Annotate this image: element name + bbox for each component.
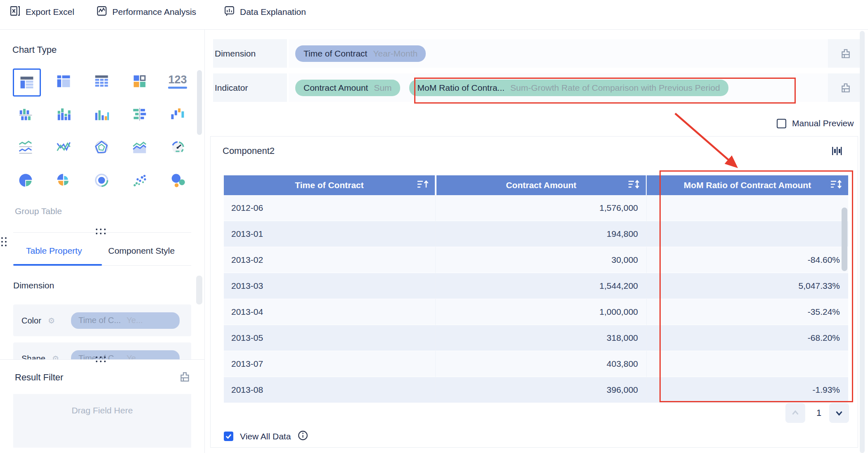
cross-table-icon (56, 73, 71, 89)
excel-icon (9, 5, 21, 19)
waterfall-icon (170, 106, 185, 122)
page-prev-button[interactable] (785, 403, 805, 423)
table-cell: 194,800 (436, 221, 647, 247)
column-header-mom-ratio[interactable]: MoM Ratio of Contract Amount (647, 175, 848, 195)
grouped-column-icon (18, 106, 33, 122)
indicator-field-row: Indicator Contract Amount Sum MoM Ratio … (213, 73, 863, 102)
app-root: Export Excel Performance Analysis Data E… (0, 0, 868, 453)
table-cell: 1,576,000 (436, 195, 647, 221)
chart-type-donut[interactable] (89, 168, 114, 193)
manual-preview-checkbox[interactable] (777, 119, 786, 128)
column-header-contract-amount[interactable]: Contract Amount (436, 175, 647, 195)
table-row[interactable]: 2013-031,544,2005,047.33% (224, 273, 848, 299)
sort-both-icon[interactable] (628, 179, 640, 191)
view-all-data-checkbox[interactable] (224, 432, 233, 441)
indicator-card-icon: 123 (168, 74, 187, 89)
table-cell: 30,000 (436, 247, 647, 273)
sidebar-scrollbar-thumb[interactable] (197, 70, 202, 135)
chart-type-bubble[interactable] (165, 168, 190, 193)
chart-type-radar[interactable] (89, 134, 114, 160)
export-excel-button[interactable]: Export Excel (9, 0, 74, 24)
table-cell: 2013-03 (224, 273, 436, 299)
table-row[interactable]: 2013-08396,000-1.93% (224, 377, 848, 403)
view-all-data-control: View All Data (224, 430, 308, 443)
line-icon (18, 139, 33, 155)
data-explanation-button[interactable]: Data Explanation (224, 0, 306, 24)
dimension-clear-button[interactable] (828, 39, 863, 68)
chevron-down-icon (834, 408, 844, 418)
tab-component-style[interactable]: Component Style (108, 246, 175, 256)
main-scrollbar[interactable] (860, 31, 865, 453)
content-top-divider (0, 29, 868, 30)
indicator-clear-button[interactable] (828, 73, 863, 102)
chart-type-column[interactable] (89, 101, 114, 127)
pie-icon (18, 172, 33, 188)
gear-icon[interactable]: ⚙ (48, 316, 55, 325)
chart-type-multi-line[interactable] (51, 134, 76, 160)
scatter-icon (132, 172, 147, 188)
dimension-pill-time-of-contract[interactable]: Time of Contract Year-Month (295, 45, 426, 62)
sort-asc-icon[interactable] (417, 179, 429, 191)
panel-resize-handle[interactable] (96, 229, 106, 235)
gear-icon[interactable]: ⚙ (52, 354, 59, 359)
chart-type-rose-pie[interactable] (51, 168, 76, 193)
indicator-row-label-cell: Indicator (213, 73, 287, 102)
chart-type-color-block[interactable] (127, 68, 152, 94)
chart-type-detail-table[interactable] (89, 68, 114, 94)
page-number: 1 (809, 403, 828, 423)
selected-chart-label: Group Table (15, 206, 62, 216)
stacked-column-icon (56, 106, 71, 122)
shape-field-pill[interactable]: Time of C... Ye... (71, 350, 180, 360)
table-row[interactable]: 2013-07403,800 (224, 351, 848, 377)
result-filter-resize-handle[interactable] (96, 356, 106, 363)
table-cell: 2013-01 (224, 221, 436, 247)
component-title: Component2 (223, 146, 275, 156)
chart-type-scatter[interactable] (127, 168, 152, 193)
gauge-icon (170, 139, 185, 155)
table-cell: 5,047.33% (647, 273, 848, 299)
color-mapping-row: Color ⚙ Time of C... Ye... (13, 304, 191, 336)
clear-filter-icon[interactable] (179, 371, 190, 384)
chart-type-waterfall[interactable] (165, 101, 190, 127)
chart-type-pie[interactable] (13, 168, 38, 193)
dimension-field-area[interactable]: Time of Contract Year-Month (289, 39, 828, 68)
table-cell (647, 351, 848, 377)
chart-type-line[interactable] (13, 134, 38, 160)
table-row[interactable]: 2013-041,000,000-35.24% (224, 299, 848, 325)
table-cell: 2013-08 (224, 377, 436, 403)
dimension-section-heading: Dimension (13, 281, 54, 290)
sort-both-icon[interactable] (830, 179, 842, 191)
table-row[interactable]: 2013-05318,000-68.20% (224, 325, 848, 351)
page-next-button[interactable] (829, 403, 849, 423)
table-cell: 1,000,000 (436, 299, 647, 325)
sidebar-collapse-handle[interactable] (1, 237, 7, 246)
color-field-pill[interactable]: Time of C... Ye... (71, 312, 180, 329)
chart-switch-icon[interactable] (831, 145, 842, 158)
indicator-field-area[interactable]: Contract Amount Sum MoM Ratio of Contra.… (289, 73, 828, 102)
info-icon[interactable] (297, 430, 308, 443)
table-cell: 403,800 (436, 351, 647, 377)
table-row[interactable]: 2012-061,576,000 (224, 195, 848, 221)
chart-type-group-table[interactable] (13, 68, 41, 97)
chart-type-grouped-column[interactable] (13, 101, 38, 127)
chart-type-indicator-card[interactable]: 123 (165, 68, 190, 94)
dimension-row-label-cell: Dimension (213, 39, 287, 68)
column-header-time-of-contract[interactable]: Time of Contract (224, 175, 436, 195)
column-icon (94, 106, 109, 122)
chart-type-bar[interactable] (127, 101, 152, 127)
chart-type-stacked-column[interactable] (51, 101, 76, 127)
indicator-pill-contract-amount[interactable]: Contract Amount Sum (295, 80, 400, 96)
tab-table-property[interactable]: Table Property (26, 246, 82, 256)
chart-type-area[interactable] (127, 134, 152, 160)
indicator-pill-mom-ratio[interactable]: MoM Ratio of Contra... Sum-Growth Rate o… (409, 80, 728, 96)
performance-analysis-button[interactable]: Performance Analysis (96, 0, 196, 24)
chart-type-cross-table[interactable] (51, 68, 76, 94)
table-scrollbar-thumb[interactable] (842, 208, 847, 271)
multi-line-icon (56, 139, 71, 155)
table-cell: 2012-06 (224, 195, 436, 221)
table-row[interactable]: 2013-01194,800 (224, 221, 848, 247)
result-filter-dropzone[interactable]: Drag Field Here (13, 394, 191, 448)
table-cell: -68.20% (647, 325, 848, 351)
chart-type-gauge[interactable] (165, 134, 190, 160)
table-row[interactable]: 2013-0230,000-84.60% (224, 247, 848, 273)
